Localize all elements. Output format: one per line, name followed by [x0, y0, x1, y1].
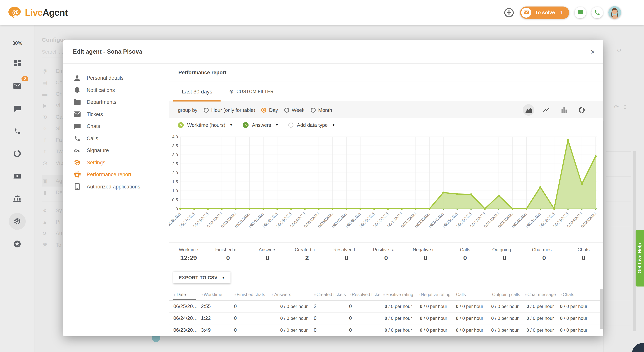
sidebar-chats-icon[interactable]	[11, 102, 24, 115]
y-tick-label: 2.0	[172, 171, 178, 175]
stat-value: 2	[287, 254, 327, 262]
column-header-created-tickets[interactable]: ↑↓Created tickets	[314, 289, 349, 300]
table-cell: 0 / 0 per hour	[525, 304, 560, 309]
close-icon[interactable]: ×	[591, 48, 595, 55]
to-solve-button[interactable]: To solve 1	[520, 6, 569, 18]
column-header-negative-rating[interactable]: ↑↓Negative rating	[418, 289, 453, 300]
column-header-date[interactable]: ↓Date	[173, 289, 201, 300]
sidebar-customers-icon[interactable]	[11, 170, 24, 183]
tab-custom-filter[interactable]: ⊕CUSTOM FILTER	[221, 82, 282, 101]
sidebar-tickets-icon[interactable]: 2	[11, 79, 24, 92]
column-label: Date	[177, 292, 186, 297]
chip-label: Worktime (hours)	[187, 122, 225, 128]
modal-nav-item-signature[interactable]: Signature	[63, 144, 169, 157]
column-header-finished-chats[interactable]: ↑↓Finished chats	[234, 289, 272, 300]
modal-nav-label: Notifications	[87, 87, 115, 93]
bar-chart-button[interactable]	[558, 104, 570, 116]
sort-icon: ↑↓	[525, 293, 526, 296]
radio-option-month[interactable]: Month	[310, 107, 332, 113]
modal-nav-item-authorized-applications[interactable]: Authorized applications	[63, 180, 169, 193]
table-cell: 2	[314, 304, 349, 309]
modal-nav-label: Authorized applications	[87, 184, 140, 189]
column-header-chats[interactable]: ↑↓Chats	[560, 289, 591, 300]
line-chart-button[interactable]	[540, 104, 552, 116]
chats-button[interactable]	[574, 7, 586, 18]
column-header-answers[interactable]: ↑↓Answers	[272, 289, 314, 300]
sort-icon: ↑↓	[234, 293, 236, 296]
viber-icon: ◎	[42, 160, 48, 166]
donut-chart-button[interactable]	[576, 104, 587, 116]
radio-option-day[interactable]: Day	[262, 107, 278, 113]
area-chart-button[interactable]	[523, 104, 534, 116]
sidebar-reports-icon[interactable]	[11, 147, 24, 160]
add-new-button[interactable]	[503, 7, 515, 18]
modal-nav-item-departments[interactable]: Departments	[63, 96, 169, 108]
folder-icon: ▮	[42, 189, 48, 195]
config-item-label: To	[56, 242, 61, 248]
chevron-down-icon: ▼	[222, 276, 225, 279]
table-row[interactable]: 06/23/20…3:4900 / 0 per hour000 / 0 per …	[169, 325, 603, 336]
stat-chats: Chats0	[564, 247, 603, 262]
shield-icon: ▲	[42, 219, 48, 225]
fb-icon: f	[42, 137, 48, 143]
table-cell: 0 / 0 per hour	[453, 328, 490, 333]
modal-nav-item-personal-details[interactable]: Personal details	[63, 72, 169, 84]
column-header-resolved-ticke[interactable]: ↑↓Resolved ticke	[349, 289, 383, 300]
table-cell: 06/24/20…	[173, 315, 201, 321]
user-avatar[interactable]	[608, 6, 621, 19]
table-cell: 0 / 0 per hour	[383, 304, 418, 309]
table-scrollbar[interactable]	[600, 289, 602, 329]
chip-worktime-hours-[interactable]: ✕Worktime (hours)▼	[178, 122, 233, 128]
data-type-chips: ✕Worktime (hours)▼✕Answers▼Add data type…	[169, 119, 603, 131]
stat-label: Negative r…	[406, 247, 445, 252]
table-cell: 0 / 0 per hour	[418, 328, 453, 333]
liveagent-logo[interactable]: @ LiveAgent	[8, 6, 68, 18]
get-live-help-tab[interactable]: Get Live Help	[636, 230, 644, 287]
column-header-positive-rating[interactable]: ↑↓Positive rating	[383, 289, 418, 300]
export-to-csv-button[interactable]: EXPORT TO CSV▼	[173, 272, 230, 283]
svg-text:@: @	[12, 8, 19, 16]
sort-icon: ↑↓	[560, 293, 562, 296]
modal-nav-item-performance-report[interactable]: Performance report	[63, 169, 169, 180]
radio-label: Hour (only for table)	[211, 107, 255, 113]
stat-value: 0	[366, 254, 406, 262]
table-row[interactable]: 06/25/20…2:5500 / 0 per hour200 / 0 per …	[169, 301, 603, 313]
liveagent-bubble-icon: @	[8, 6, 22, 18]
modal-nav-item-chats[interactable]: Chats	[63, 120, 169, 132]
config-item-label: Em	[56, 68, 64, 74]
modal-nav-item-notifications[interactable]: Notifications	[63, 84, 169, 96]
chevron-down-icon: ▼	[230, 123, 233, 127]
stat-label: Calls	[445, 247, 485, 252]
column-header-calls[interactable]: ↑↓Calls	[453, 289, 490, 300]
table-cell: 0 / 0 per hour	[490, 328, 525, 333]
modal-nav-label: Tickets	[87, 111, 103, 117]
radio-option-week[interactable]: Week	[284, 107, 304, 113]
table-cell: 0	[349, 327, 383, 333]
sidebar-billing-icon[interactable]	[11, 192, 24, 205]
radio-option-hour[interactable]: Hour (only for table)	[204, 107, 255, 113]
stat-value: 0	[564, 254, 603, 262]
table-row[interactable]: 06/24/20…1:2200 / 0 per hour000 / 0 per …	[169, 313, 603, 325]
chip-answers[interactable]: ✕Answers▼	[243, 122, 279, 128]
sidebar-starred-icon[interactable]	[11, 237, 24, 250]
sidebar-settings-icon[interactable]	[9, 213, 26, 230]
column-label: Negative rating	[421, 292, 450, 297]
person-icon	[73, 75, 81, 82]
table-cell: 0 / 0 per hour	[490, 316, 525, 321]
modal-nav-item-calls[interactable]: Calls	[63, 132, 169, 144]
sidebar-calls-icon[interactable]	[11, 125, 24, 138]
table-cell: 1:22	[201, 315, 234, 321]
radio-icon	[262, 107, 266, 112]
config-item-label: Fa	[56, 137, 62, 143]
modal-nav-item-tickets[interactable]: Tickets	[63, 108, 169, 120]
sidebar-dashboard-icon[interactable]	[11, 57, 24, 70]
stat-label: Chat mes…	[524, 247, 564, 252]
table-cell: 0 / 0 per hour	[383, 316, 418, 321]
calls-button[interactable]	[592, 7, 603, 18]
add-data-type-chip[interactable]: Add data type▼	[288, 122, 335, 128]
column-header-worktime[interactable]: ↑↓Worktime	[201, 289, 234, 300]
column-header-outgoing-calls[interactable]: ↑↓Outgoing calls	[490, 289, 525, 300]
column-header-chat-message[interactable]: ↑↓Chat message	[525, 289, 560, 300]
modal-nav-item-settings[interactable]: Settings	[63, 157, 169, 169]
tab-last-30-days[interactable]: Last 30 days	[173, 82, 221, 101]
